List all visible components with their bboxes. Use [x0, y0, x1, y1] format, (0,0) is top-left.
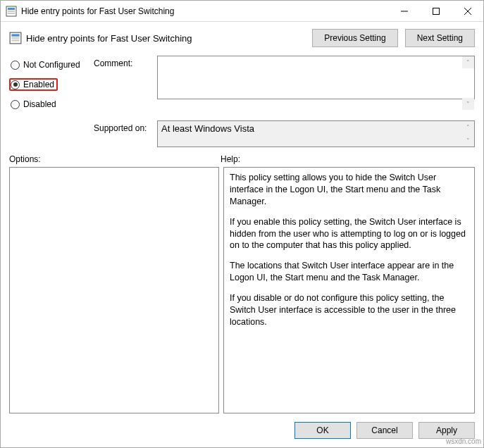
help-text: The locations that Switch User interface…: [230, 260, 469, 284]
radio-disabled[interactable]: Disabled: [9, 98, 94, 111]
comment-label: Comment:: [94, 58, 132, 68]
watermark: wsxdn.com: [446, 437, 481, 445]
titlebar: Hide entry points for Fast User Switchin…: [1, 1, 483, 22]
supported-on-field: At least Windows Vista: [157, 120, 475, 147]
scroll-up-icon: ˄: [462, 121, 474, 133]
comment-input[interactable]: [157, 56, 475, 99]
app-icon: [6, 6, 17, 17]
maximize-button[interactable]: [420, 1, 452, 21]
svg-rect-1: [8, 8, 15, 10]
scroll-up-icon[interactable]: ˄: [462, 56, 474, 68]
radio-icon: [11, 61, 20, 70]
close-button[interactable]: [452, 1, 483, 21]
supported-on-label: Supported on:: [94, 123, 147, 133]
footer: OK Cancel Apply: [9, 413, 475, 439]
help-text: This policy setting allows you to hide t…: [230, 172, 469, 208]
options-panel: [9, 167, 219, 413]
radio-icon: [11, 100, 20, 109]
radio-not-configured[interactable]: Not Configured: [9, 58, 94, 71]
previous-setting-button[interactable]: Previous Setting: [312, 29, 397, 47]
policy-icon: [9, 32, 22, 44]
radio-label: Not Configured: [23, 60, 80, 70]
svg-rect-10: [11, 37, 19, 39]
help-label: Help:: [221, 154, 240, 164]
minimize-button[interactable]: [388, 1, 420, 21]
content: Hide entry points for Fast User Switchin…: [1, 22, 483, 447]
svg-rect-3: [8, 13, 15, 14]
radio-label: Enabled: [23, 80, 54, 89]
radio-icon: [11, 80, 20, 89]
apply-button[interactable]: Apply: [418, 422, 475, 439]
dialog-window: Hide entry points for Fast User Switchin…: [0, 0, 484, 448]
titlebar-text: Hide entry points for Fast User Switchin…: [21, 6, 388, 16]
supported-on-value: At least Windows Vista: [161, 123, 254, 134]
scroll-down-icon: ˅: [462, 135, 474, 147]
cancel-button[interactable]: Cancel: [356, 422, 413, 439]
svg-rect-9: [11, 34, 19, 36]
header-row: Hide entry points for Fast User Switchin…: [9, 29, 475, 47]
scrollbar[interactable]: ˄ ˅: [462, 56, 474, 110]
svg-rect-5: [433, 8, 439, 14]
help-text: If you disable or do not configure this …: [230, 292, 469, 328]
svg-rect-2: [8, 11, 15, 12]
policy-title: Hide entry points for Fast User Switchin…: [26, 33, 312, 44]
window-controls: [388, 1, 483, 21]
ok-button[interactable]: OK: [294, 422, 351, 439]
svg-rect-11: [11, 39, 19, 41]
help-panel: This policy setting allows you to hide t…: [223, 167, 475, 413]
scrollbar: ˄ ˅: [462, 121, 474, 147]
options-label: Options:: [9, 154, 221, 164]
next-setting-button[interactable]: Next Setting: [405, 29, 475, 47]
radio-enabled[interactable]: Enabled: [9, 78, 58, 91]
scroll-down-icon[interactable]: ˅: [462, 98, 474, 110]
help-text: If you enable this policy setting, the S…: [230, 216, 469, 252]
radio-label: Disabled: [23, 99, 56, 109]
